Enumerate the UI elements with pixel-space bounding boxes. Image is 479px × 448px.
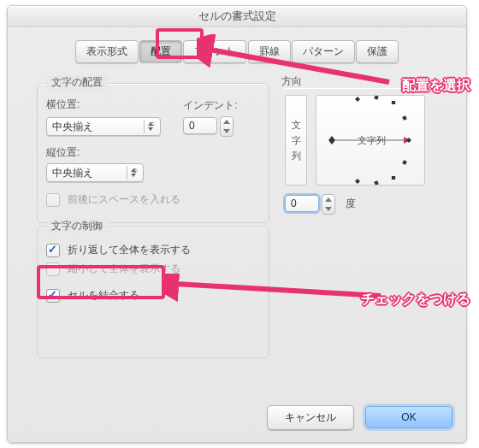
svg-marker-10	[373, 180, 380, 185]
orientation-vertical-text-char1: 文	[292, 117, 301, 133]
label-shrink-to-fit: 縮小して全体を表示する	[68, 262, 180, 274]
svg-marker-11	[355, 179, 360, 184]
svg-marker-4	[401, 115, 408, 121]
select-horizontal-alignment[interactable]: 中央揃え	[46, 117, 161, 136]
label-degree-unit: 度	[346, 197, 356, 209]
orientation-vertical-text-char3: 列	[292, 148, 301, 163]
group-text-control: 文字の制御 折り返して全体を表示する 縮小して全体を表示する セルを結合する	[37, 227, 269, 358]
svg-marker-7	[355, 97, 360, 102]
select-value-vertical: 中央揃え	[52, 167, 93, 179]
caret-icon	[144, 120, 157, 133]
format-cells-dialog: セルの書式設定 表示形式 配置 フォント 罫線 パターン 保護 文字の配置 横位…	[7, 5, 467, 443]
dialog-title: セルの書式設定	[8, 6, 466, 27]
stepper-indent[interactable]	[220, 116, 234, 137]
orientation-widget-area: 文 字 列	[281, 88, 430, 196]
orientation-degree-row: 0 度	[285, 194, 356, 215]
select-value-horizontal: 中央揃え	[52, 121, 93, 133]
orientation-dial-text: 文字列	[358, 135, 386, 145]
group-label-text-control: 文字の制御	[46, 219, 108, 233]
tab-font[interactable]: フォント	[183, 40, 246, 63]
group-label-orientation: 方向	[281, 74, 302, 89]
svg-marker-3	[406, 138, 411, 143]
group-orientation: 文 字 列	[281, 88, 430, 199]
tab-protection[interactable]: 保護	[356, 40, 399, 63]
dialog-footer: キャンセル OK	[258, 405, 452, 430]
cancel-button[interactable]: キャンセル	[267, 405, 354, 430]
tab-alignment[interactable]: 配置	[139, 40, 182, 63]
svg-marker-6	[373, 96, 380, 101]
tab-pattern[interactable]: パターン	[292, 40, 355, 63]
checkbox-space-before-after	[46, 193, 60, 207]
label-space-before-after: 前後にスペースを入れる	[68, 193, 180, 205]
stepper-orientation-degrees[interactable]	[322, 194, 335, 215]
orientation-vertical-text-char2: 字	[292, 133, 301, 148]
orientation-dial[interactable]: 文字列	[316, 95, 425, 186]
input-indent[interactable]: 0	[183, 117, 217, 134]
svg-marker-8	[401, 159, 408, 166]
svg-marker-5	[390, 99, 397, 106]
checkbox-wrap-text[interactable]	[46, 244, 60, 257]
label-vertical-alignment: 縦位置:	[46, 145, 260, 160]
orientation-vertical-text-button[interactable]: 文 字 列	[285, 95, 307, 186]
tab-number-format[interactable]: 表示形式	[75, 40, 139, 63]
svg-marker-9	[390, 174, 397, 181]
caret-icon	[127, 166, 139, 180]
orientation-dial-svg: 文字列	[316, 96, 424, 185]
input-orientation-degrees[interactable]: 0	[285, 195, 319, 212]
label-indent: インデント:	[183, 98, 237, 113]
tab-border[interactable]: 罫線	[248, 40, 291, 63]
svg-marker-0	[328, 136, 335, 144]
checkbox-shrink-to-fit	[46, 262, 60, 276]
ok-button[interactable]: OK	[365, 406, 452, 428]
dialog-tabs: 表示形式 配置 フォント 罫線 パターン 保護	[8, 40, 466, 63]
label-wrap-text: 折り返して全体を表示する	[68, 244, 191, 256]
group-label-text-alignment: 文字の配置	[46, 75, 108, 90]
select-vertical-alignment[interactable]: 中央揃え	[46, 163, 144, 182]
checkbox-merge-cells[interactable]	[46, 289, 60, 303]
label-merge-cells: セルを結合する	[68, 289, 139, 301]
group-text-alignment: 文字の配置 横位置: 中央揃え インデント: 0 縦位置:	[37, 83, 269, 223]
